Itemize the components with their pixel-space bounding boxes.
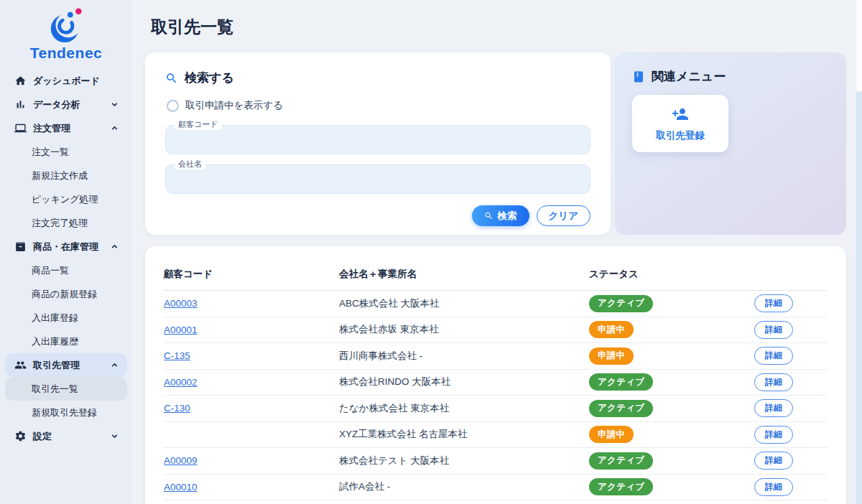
company-name: ABC株式会社 大阪本社 bbox=[339, 297, 589, 310]
detail-button[interactable]: 詳細 bbox=[754, 294, 793, 312]
search-buttons-row: 検索 クリア bbox=[165, 205, 590, 226]
chevron-down-icon bbox=[110, 100, 119, 109]
people-icon bbox=[14, 359, 27, 371]
sidebar-item-label: 商品・在庫管理 bbox=[33, 241, 98, 253]
company-name-field: 会社名 bbox=[165, 164, 590, 194]
sidebar-item-label: ダッシュボード bbox=[33, 75, 100, 88]
status-badge: アクティブ bbox=[589, 295, 653, 312]
customer-code-link[interactable]: C-130 bbox=[164, 403, 339, 414]
sidebar-item-partner-list[interactable]: 取引先一覧 bbox=[5, 377, 127, 401]
show-pending-radio[interactable] bbox=[167, 100, 179, 112]
table-row: A00010 試作A会社 - アクティブ 詳細 bbox=[164, 475, 828, 501]
chevron-up-icon bbox=[110, 123, 119, 133]
sidebar-item-data-analysis[interactable]: データ分析 bbox=[5, 93, 127, 116]
customer-code-link[interactable]: A00001 bbox=[164, 325, 339, 335]
sidebar-menu: ダッシュボード データ分析 注文管理 注文一覧 新規注文作成 ピッキング処理 bbox=[0, 69, 132, 448]
app-window: Tendenec ダッシュボード データ分析 注文管理 注文一覧 新規注文作成 bbox=[0, 0, 862, 504]
status-badge: 申請中 bbox=[589, 426, 634, 443]
top-row: 検索する 取引申請中を表示する 顧客コード 会社名 検索 bbox=[145, 52, 846, 235]
sidebar-item-order-management[interactable]: 注文管理 bbox=[5, 116, 127, 140]
sidebar-item-order-list[interactable]: 注文一覧 bbox=[5, 140, 127, 164]
status-badge: アクティブ bbox=[589, 373, 653, 391]
sidebar-item-partner-management[interactable]: 取引先管理 bbox=[5, 353, 127, 377]
gear-icon bbox=[14, 430, 27, 442]
column-header-code: 顧客コード bbox=[164, 268, 339, 281]
customer-code-link[interactable]: C-135 bbox=[164, 350, 339, 361]
company-name: 株式会社テスト 大阪本社 bbox=[339, 454, 589, 467]
sidebar-item-stock-io-history[interactable]: 入出庫履歴 bbox=[5, 330, 127, 353]
table-row: A00003 ABC株式会社 大阪本社 アクティブ 詳細 bbox=[164, 291, 828, 317]
sidebar-item-label: 注文一覧 bbox=[32, 146, 69, 159]
sidebar-item-label: 注文完了処理 bbox=[32, 217, 88, 230]
sidebar-item-settings[interactable]: 設定 bbox=[5, 424, 127, 448]
table-header-row: 顧客コード 会社名＋事業所名 ステータス bbox=[164, 262, 828, 291]
sidebar-item-dashboard[interactable]: ダッシュボード bbox=[5, 69, 127, 93]
sidebar-item-label: 設定 bbox=[33, 430, 52, 443]
chart-icon bbox=[14, 98, 27, 111]
detail-button[interactable]: 詳細 bbox=[754, 373, 793, 391]
customer-code-label: 顧客コード bbox=[175, 119, 222, 130]
search-button-label: 検索 bbox=[498, 210, 517, 223]
pending-filter-row: 取引申請中を表示する bbox=[167, 99, 589, 112]
sidebar-item-label: 商品一覧 bbox=[32, 264, 69, 277]
sidebar-item-stock-io-register[interactable]: 入出庫登録 bbox=[5, 306, 127, 330]
detail-button[interactable]: 詳細 bbox=[754, 426, 793, 444]
table-row: A00001 株式会社赤坂 東京本社 申請中 詳細 bbox=[164, 317, 828, 344]
status-badge: アクティブ bbox=[589, 452, 653, 470]
status-badge: 申請中 bbox=[589, 321, 634, 338]
sidebar-item-product-list[interactable]: 商品一覧 bbox=[5, 258, 127, 282]
home-icon bbox=[14, 75, 27, 87]
sidebar-item-picking[interactable]: ピッキング処理 bbox=[5, 187, 127, 211]
table-row: XYZ工業株式会社 名古屋本社 申請中 詳細 bbox=[164, 422, 828, 449]
logo-swirl-icon bbox=[43, 6, 89, 45]
detail-button[interactable]: 詳細 bbox=[754, 347, 793, 365]
related-menu-title: 関連メニュー bbox=[652, 68, 726, 85]
search-card-title: 検索する bbox=[185, 70, 234, 86]
company-name: XYZ工業株式会社 名古屋本社 bbox=[339, 428, 589, 441]
customer-code-link[interactable]: A00002 bbox=[164, 377, 339, 388]
chevron-up-icon bbox=[110, 360, 119, 370]
book-icon bbox=[632, 70, 645, 83]
status-badge: アクティブ bbox=[589, 400, 653, 417]
customer-code-link[interactable]: A00003 bbox=[164, 298, 339, 309]
related-menu-panel: 関連メニュー 取引先登録 bbox=[615, 52, 846, 235]
scrollbar-thumb[interactable] bbox=[856, 0, 862, 92]
sidebar-item-order-complete[interactable]: 注文完了処理 bbox=[5, 211, 127, 235]
related-menu-header: 関連メニュー bbox=[632, 68, 829, 85]
show-pending-label: 取引申請中を表示する bbox=[185, 99, 283, 112]
sidebar-item-label: 取引先管理 bbox=[33, 359, 80, 372]
company-name-label: 会社名 bbox=[175, 159, 205, 169]
customer-code-link[interactable]: A00009 bbox=[164, 455, 339, 466]
sidebar-item-label: ピッキング処理 bbox=[32, 193, 98, 206]
company-name: たなか株式会社 東京本社 bbox=[339, 402, 589, 415]
box-icon bbox=[14, 241, 27, 253]
table-row: A00009 株式会社テスト 大阪本社 アクティブ 詳細 bbox=[164, 448, 828, 475]
customer-code-input[interactable] bbox=[165, 125, 590, 154]
company-name-input[interactable] bbox=[165, 164, 590, 194]
company-name: 株式会社赤坂 東京本社 bbox=[339, 323, 589, 336]
sidebar-item-label: 新規注文作成 bbox=[32, 169, 88, 182]
person-add-icon bbox=[672, 106, 689, 123]
company-name: 西川商事株式会社 - bbox=[339, 350, 589, 363]
column-header-status: ステータス bbox=[589, 268, 754, 281]
chevron-down-icon bbox=[110, 431, 119, 441]
customer-code-link[interactable]: A00010 bbox=[164, 482, 339, 493]
sidebar-item-new-order[interactable]: 新規注文作成 bbox=[5, 164, 127, 187]
sidebar-item-label: 商品の新規登録 bbox=[32, 288, 97, 301]
clear-button[interactable]: クリア bbox=[537, 205, 590, 226]
sidebar-item-new-partner-register[interactable]: 新規取引先登録 bbox=[5, 401, 127, 424]
detail-button[interactable]: 詳細 bbox=[754, 321, 793, 339]
table-row: A00012 株式会社八尾 大阪本社 アクティブ 詳細 bbox=[164, 500, 828, 504]
detail-button[interactable]: 詳細 bbox=[754, 478, 793, 496]
sidebar-item-product-inventory[interactable]: 商品・在庫管理 bbox=[5, 235, 127, 258]
customer-code-field: 顧客コード bbox=[165, 125, 590, 154]
search-button[interactable]: 検索 bbox=[472, 205, 529, 226]
sidebar-item-label: 新規取引先登録 bbox=[32, 406, 97, 419]
detail-button[interactable]: 詳細 bbox=[754, 399, 793, 417]
brand-logo: Tendenec bbox=[0, 0, 132, 62]
sidebar-item-label: データ分析 bbox=[33, 98, 80, 111]
detail-button[interactable]: 詳細 bbox=[754, 452, 793, 470]
register-partner-shortcut[interactable]: 取引先登録 bbox=[632, 95, 728, 152]
search-card: 検索する 取引申請中を表示する 顧客コード 会社名 検索 bbox=[145, 52, 611, 235]
sidebar-item-product-register[interactable]: 商品の新規登録 bbox=[5, 282, 127, 306]
